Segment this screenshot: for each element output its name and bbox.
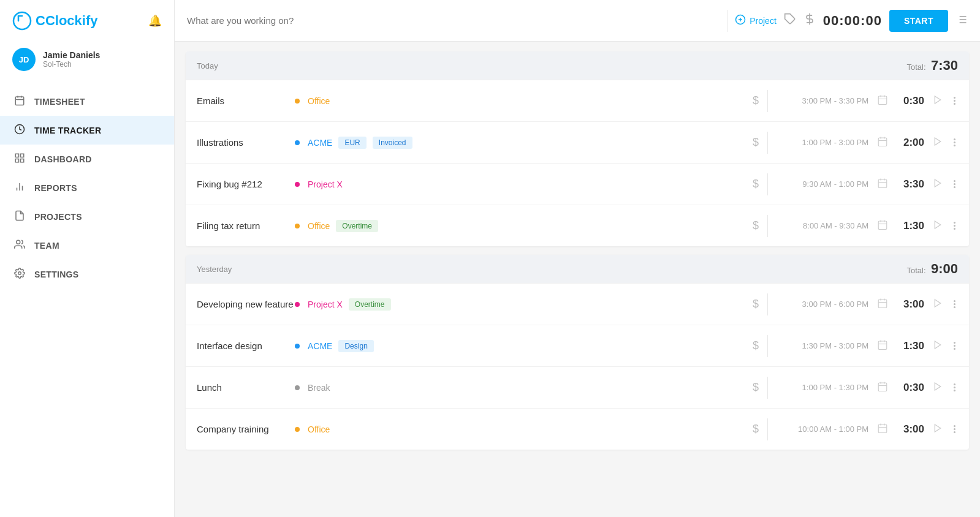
entry-developing-more-icon[interactable]: [951, 298, 958, 311]
add-project-button[interactable]: Project: [735, 14, 777, 27]
entry-fixing-bug-right: $ 9:30 AM - 1:00 PM 3:30: [753, 173, 958, 195]
entry-illustrations-right: $ 1:00 PM - 3:00 PM 2:00: [753, 132, 958, 154]
entry-company-training-time-range: 10:00 AM - 1:00 PM: [777, 425, 868, 434]
dollar-sign-icon[interactable]: [803, 13, 816, 28]
entry-company-training-dollar-icon[interactable]: $: [753, 423, 759, 436]
entry-filing-tax-calendar-icon[interactable]: [877, 219, 888, 233]
sidebar-item-settings[interactable]: SETTINGS: [0, 260, 174, 289]
entry-emails-calendar-icon[interactable]: [877, 94, 888, 108]
divider: [767, 215, 768, 237]
yesterday-label: Yesterday: [197, 265, 232, 274]
entry-filing-tax-left: Filing tax return Office Overtime: [197, 220, 745, 232]
svg-marker-65: [935, 425, 940, 432]
entry-developing-calendar-icon[interactable]: [877, 298, 888, 311]
entry-company-training-calendar-icon[interactable]: [877, 423, 888, 436]
svg-rect-9: [21, 159, 24, 162]
notification-bell-icon[interactable]: 🔔: [148, 14, 162, 28]
entry-emails-more-icon[interactable]: [951, 94, 958, 107]
entry-filing-tax-more-icon[interactable]: [951, 219, 958, 232]
entry-interface-design-project: ACME: [308, 341, 332, 351]
entry-illustrations-dollar-icon[interactable]: $: [753, 136, 759, 149]
svg-rect-56: [878, 383, 887, 391]
entry-company-training-play-icon[interactable]: [933, 423, 943, 436]
entry-fixing-bug-calendar-icon[interactable]: [877, 178, 888, 191]
entry-developing-right: $ 3:00 PM - 6:00 PM 3:00: [753, 293, 958, 315]
entry-illustrations-duration: 2:00: [897, 137, 924, 149]
entry-lunch-play-icon[interactable]: [933, 382, 943, 394]
entry-fixing-bug-time-range: 9:30 AM - 1:00 PM: [777, 179, 868, 189]
user-company: Sol-Tech: [43, 60, 100, 69]
divider: [727, 10, 727, 32]
entry-filing-tax-desc: Filing tax return: [197, 221, 295, 231]
entry-lunch-calendar-icon[interactable]: [877, 381, 888, 394]
dot-office: [295, 99, 300, 104]
sidebar-item-team[interactable]: TEAM: [0, 231, 174, 260]
sidebar-item-timesheet[interactable]: TIMESHEET: [0, 87, 174, 116]
entry-illustrations-calendar-icon[interactable]: [877, 136, 888, 149]
entry-emails-left: Emails Office: [197, 96, 745, 106]
entry-filing-tax-dollar-icon[interactable]: $: [753, 219, 759, 232]
entry-fixing-bug-left: Fixing bug #212 Project X: [197, 179, 745, 189]
entry-fixing-bug-play-icon[interactable]: [933, 178, 943, 191]
entry-emails-time-range: 3:00 PM - 3:30 PM: [777, 96, 868, 105]
entry-lunch-left: Lunch Break: [197, 382, 745, 393]
entry-lunch: Lunch Break $ 1:00 PM - 1:30 PM 0:30: [186, 366, 969, 408]
entry-filing-tax-project: Office: [308, 221, 330, 231]
nav-menu: TIMESHEET TIME TRACKER DASHBOARD REPORTS…: [0, 82, 174, 293]
entry-interface-design-calendar-icon[interactable]: [877, 339, 888, 353]
entry-interface-design-more-icon[interactable]: [951, 339, 958, 352]
entry-illustrations-play-icon[interactable]: [933, 137, 943, 149]
entry-fixing-bug-desc: Fixing bug #212: [197, 179, 295, 189]
dot-acme: [295, 140, 300, 145]
entry-developing-play-icon[interactable]: [933, 298, 943, 311]
sidebar-item-projects-label: PROJECTS: [34, 212, 82, 222]
entry-illustrations: Illustrations ACME EUR Invoiced $ 1:00 P…: [186, 121, 969, 163]
entry-fixing-bug: Fixing bug #212 Project X $ 9:30 AM - 1:…: [186, 163, 969, 205]
divider: [767, 377, 768, 399]
svg-point-0: [13, 12, 31, 29]
entry-interface-design-play-icon[interactable]: [933, 340, 943, 352]
entry-fixing-bug-dollar-icon[interactable]: $: [753, 178, 759, 191]
entry-illustrations-eur-badge: EUR: [338, 137, 366, 149]
user-info: Jamie Daniels Sol-Tech: [43, 50, 100, 69]
sidebar-item-dashboard[interactable]: DASHBOARD: [0, 145, 174, 173]
search-input[interactable]: [187, 15, 720, 26]
yesterday-total-value: 9:00: [931, 261, 958, 276]
sidebar-item-reports[interactable]: REPORTS: [0, 173, 174, 202]
svg-rect-61: [878, 425, 887, 433]
people-icon: [13, 239, 26, 252]
yesterday-header: Yesterday Total: 9:00: [186, 255, 969, 283]
svg-marker-60: [935, 383, 940, 390]
entry-fixing-bug-more-icon[interactable]: [951, 178, 958, 191]
entry-emails-play-icon[interactable]: [933, 95, 943, 107]
grid-icon: [13, 153, 26, 165]
entry-emails-dollar-icon[interactable]: $: [753, 94, 759, 107]
entry-filing-tax-duration: 1:30: [897, 220, 924, 232]
entry-interface-design-left: Interface design ACME Design: [197, 340, 745, 352]
user-section: JD Jamie Daniels Sol-Tech: [0, 42, 174, 82]
entry-lunch-dollar-icon[interactable]: $: [753, 381, 759, 394]
top-bar: Project 00:00:00 START: [175, 0, 980, 42]
entry-company-training-more-icon[interactable]: [951, 423, 958, 436]
avatar: JD: [12, 48, 36, 71]
svg-rect-31: [878, 138, 887, 146]
entry-emails-project: Office: [308, 96, 330, 106]
sidebar-item-time-tracker[interactable]: TIME TRACKER: [0, 116, 174, 145]
clockify-logo-icon: [12, 11, 32, 31]
sidebar: CClockify 🔔 JD Jamie Daniels Sol-Tech TI…: [0, 0, 175, 517]
entry-filing-tax-play-icon[interactable]: [933, 220, 943, 232]
today-group: Today Total: 7:30 Emails Office $ 3:00 P…: [186, 51, 969, 246]
sidebar-item-projects[interactable]: PROJECTS: [0, 202, 174, 231]
tag-icon[interactable]: [784, 13, 796, 28]
entry-interface-design-dollar-icon[interactable]: $: [753, 339, 759, 352]
entry-interface-design-right: $ 1:30 PM - 3:00 PM 1:30: [753, 335, 958, 357]
entry-illustrations-more-icon[interactable]: [951, 136, 958, 149]
today-header: Today Total: 7:30: [186, 51, 969, 80]
start-button[interactable]: START: [889, 10, 948, 32]
entry-lunch-more-icon[interactable]: [951, 381, 958, 394]
add-project-label: Project: [750, 16, 777, 26]
entry-developing-dollar-icon[interactable]: $: [753, 298, 759, 311]
plus-circle-icon: [735, 14, 746, 27]
list-view-icon[interactable]: [955, 13, 968, 28]
dot-break: [295, 385, 300, 390]
